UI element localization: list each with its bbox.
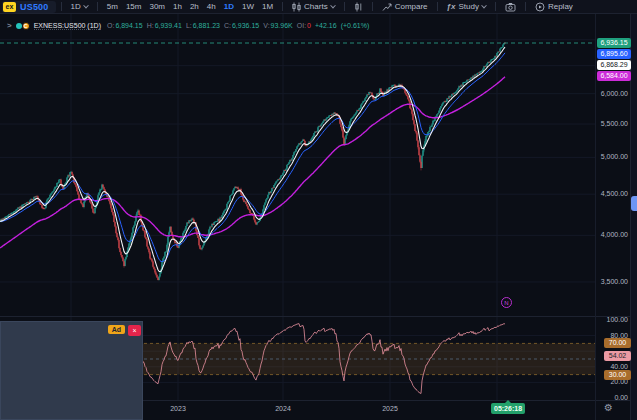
bar-countdown-badge: 05:26:18 (491, 403, 525, 414)
timeframe-button-1D[interactable]: 1D (220, 2, 238, 11)
price-scale-label: 3,500.00 (601, 278, 628, 286)
interval-dropdown[interactable]: 1D (67, 1, 92, 13)
chart-legend: > C EXNESS:US500 (1D) O:6,894.15H:6,939.… (7, 21, 369, 30)
study-label: Study (458, 2, 478, 11)
legend-item-value: (+0.61%) (341, 22, 370, 29)
top-toolbar: ex US500 1D 5m15m30m1h2h4h1D1W1M Charts (0, 0, 637, 14)
rsi-value-tag: 30.00 (604, 370, 631, 380)
function-icon: ƒx (447, 2, 456, 11)
timeframe-button-2h[interactable]: 2h (186, 2, 203, 11)
snapshot-button[interactable] (501, 1, 520, 13)
timeframe-button-1M[interactable]: 1M (258, 2, 277, 11)
timeframe-button-4h[interactable]: 4h (203, 2, 220, 11)
rsi-scale-label: 100.00 (607, 316, 628, 324)
compare-label: Compare (395, 2, 428, 11)
close-icon[interactable]: × (128, 325, 141, 336)
time-axis-year-label: 2025 (382, 405, 398, 412)
candlestick-chart-icon (292, 2, 301, 12)
right-edge-strip (630, 14, 637, 420)
legend-item: L:6,881.23 (186, 22, 220, 29)
compare-button[interactable]: Compare (378, 1, 432, 13)
legend-item-label: H: (147, 22, 154, 29)
rsi-value-tag: 70.00 (604, 338, 631, 348)
trading-terminal: { "toolbar": { "logo_text": "ex", "symbo… (0, 0, 637, 420)
replay-label: Replay (548, 2, 573, 11)
replay-button[interactable]: Replay (531, 1, 577, 13)
news-marker-badge[interactable]: N (501, 297, 512, 308)
timeframe-button-30m[interactable]: 30m (145, 2, 169, 11)
replay-icon (535, 2, 545, 12)
legend-item-label: OI: (297, 22, 306, 29)
chevron-down-icon (330, 2, 336, 8)
legend-item-value: +42.16 (315, 22, 337, 29)
legend-item-label: V: (263, 22, 269, 29)
price-tag: 6,584.00 (597, 71, 631, 81)
rsi-value-tag: 54.02 (604, 351, 631, 361)
toolbar-separator (525, 2, 526, 11)
status-dot-icon (16, 23, 22, 29)
panel-toggle-handle[interactable] (631, 196, 637, 211)
interval-value: 1D (71, 2, 81, 11)
legend-item-value: 6,936.15 (232, 22, 259, 29)
gear-icon[interactable]: ⚙ (604, 402, 613, 413)
toolbar-separator (61, 2, 62, 11)
ad-badge[interactable]: Ad (108, 325, 125, 334)
price-scale-label: 5,000.00 (601, 153, 628, 161)
legend-item-label: L: (186, 22, 192, 29)
charts-menu-button[interactable]: Charts (288, 1, 339, 13)
legend-item: C:6,936.15 (224, 22, 259, 29)
chevron-down-icon (481, 2, 487, 8)
charts-label: Charts (304, 2, 328, 11)
toolbar-separator (97, 2, 98, 11)
toolbar-separator (495, 2, 496, 11)
legend-item: O:6,894.15 (107, 22, 143, 29)
legend-item: (+0.61%) (341, 22, 370, 29)
compare-icon (382, 2, 392, 12)
legend-item: +42.16 (315, 22, 337, 29)
toolbar-separator (282, 2, 283, 11)
legend-item: V:93.96K (263, 22, 293, 29)
legend-item: OI:0 (297, 22, 311, 29)
price-tag: 6,895.60 (597, 49, 631, 59)
camera-icon (505, 2, 516, 12)
legend-item: H:6,939.41 (147, 22, 182, 29)
symbol-name: US500 (20, 2, 49, 12)
price-scale-label: 5,500.00 (601, 120, 628, 128)
instrument-coin-icon: C (22, 22, 30, 30)
price-scale-label: 6,000.00 (601, 90, 628, 98)
legend-item-value: 93.96K (271, 22, 293, 29)
legend-item-label: O: (107, 22, 114, 29)
legend-item-value: 6,894.15 (115, 22, 142, 29)
toolbar-separator (372, 2, 373, 11)
timeframe-button-1W[interactable]: 1W (238, 2, 258, 11)
legend-item-value: 6,881.23 (193, 22, 220, 29)
timeframe-group: 5m15m30m1h2h4h1D1W1M (103, 2, 277, 11)
legend-item-value: 0 (307, 22, 311, 29)
timeframe-button-1h[interactable]: 1h (169, 2, 186, 11)
pane-separator[interactable] (0, 316, 637, 317)
ad-overlay-panel: Ad × (0, 321, 143, 420)
chevron-down-icon (83, 2, 89, 8)
toolbar-separator (344, 2, 345, 11)
study-button[interactable]: ƒx Study (443, 1, 490, 13)
candle-style-button[interactable] (350, 1, 367, 13)
price-scale-label: 4,500.00 (601, 190, 628, 198)
price-scale-label: 4,000.00 (601, 231, 628, 239)
time-axis-year-label: 2024 (275, 405, 291, 412)
price-tag: 6,936.15 (597, 38, 631, 48)
legend-symbol-title[interactable]: EXNESS:US500 (1D) (34, 22, 101, 30)
price-tag: 6,868.29 (597, 60, 631, 70)
legend-item-value: 6,939.41 (155, 22, 182, 29)
legend-item-label: C: (224, 22, 231, 29)
legend-ohlc-values: O:6,894.15H:6,939.41L:6,881.23C:6,936.15… (107, 22, 369, 29)
rsi-scale-label: 0.00 (614, 394, 628, 402)
toolbar-separator (437, 2, 438, 11)
legend-collapse-chevron-icon[interactable]: > (7, 21, 12, 30)
symbol-button[interactable]: ex US500 (2, 1, 56, 13)
exness-logo-icon: ex (3, 2, 16, 12)
price-scale-border (595, 14, 596, 420)
time-axis-year-label: 2023 (170, 405, 186, 412)
candle-icon (354, 2, 363, 12)
timeframe-button-15m[interactable]: 15m (122, 2, 146, 11)
timeframe-button-5m[interactable]: 5m (103, 2, 122, 11)
